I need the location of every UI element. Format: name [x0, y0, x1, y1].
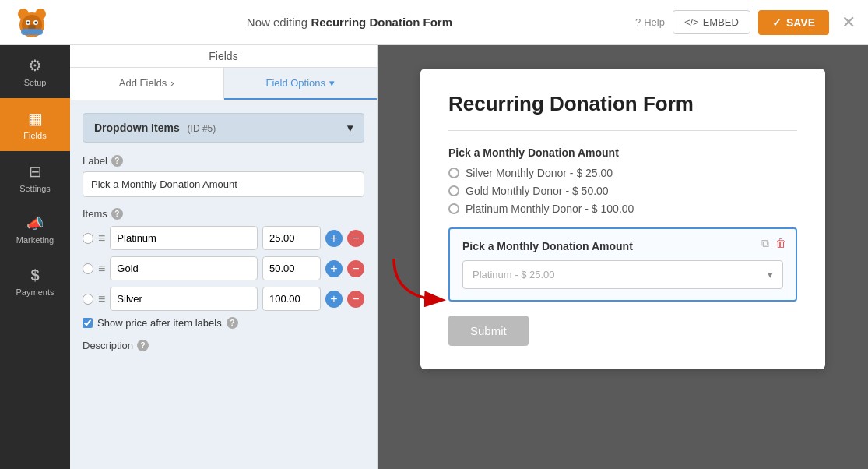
svg-point-6 — [27, 21, 30, 23]
description-help-icon[interactable]: ? — [137, 340, 149, 351]
drag-handle-0[interactable]: ≡ — [98, 231, 105, 245]
label-help-icon[interactable]: ? — [111, 155, 123, 167]
item-row: ≡ + − — [83, 287, 364, 311]
sidebar-item-fields[interactable]: ▦ Fields — [0, 98, 70, 151]
chevron-right-icon: › — [170, 77, 174, 89]
svg-rect-9 — [21, 29, 43, 35]
sidebar-item-label: Marketing — [16, 235, 54, 245]
radio-circle-0 — [448, 168, 459, 178]
preview-area: Recurring Donation Form Pick a Monthly D… — [378, 45, 868, 469]
field-box-icons: ⧉ 🗑 — [761, 237, 786, 250]
chevron-down-icon: ▾ — [329, 77, 335, 89]
item-price-0[interactable] — [262, 226, 321, 250]
item-remove-2[interactable]: − — [347, 291, 364, 308]
arrow-container: Pick a Monthly Donation Amount ⧉ 🗑 Plati… — [448, 227, 797, 302]
label-field-label: Label ? — [83, 155, 364, 167]
item-price-2[interactable] — [262, 287, 321, 311]
sidebar-item-marketing[interactable]: 📣 Marketing — [0, 204, 70, 256]
item-row: ≡ + − — [83, 256, 364, 280]
item-radio-2[interactable] — [83, 294, 93, 305]
dropdown-header[interactable]: Dropdown Items (ID #5) ▾ — [83, 113, 364, 143]
dropdown-select[interactable]: Platinum - $ 25.00 ▾ — [462, 260, 783, 289]
fields-panel: Fields Add Fields › Field Options ▾ Drop… — [70, 45, 378, 469]
item-add-2[interactable]: + — [325, 291, 343, 308]
svg-point-7 — [35, 21, 37, 23]
panel-content: Dropdown Items (ID #5) ▾ Label ? Items ?… — [70, 100, 377, 469]
radio-option-label-2: Platinum Monthly Donor - $ 100.00 — [466, 203, 634, 215]
gear-icon: ⚙ — [28, 56, 42, 75]
megaphone-icon: 📣 — [26, 215, 44, 232]
form-field-box[interactable]: Pick a Monthly Donation Amount ⧉ 🗑 Plati… — [448, 227, 797, 302]
sidebar-item-label: Settings — [19, 184, 51, 193]
topbar: Now editing Recurring Donation Form ? He… — [0, 0, 868, 45]
red-arrow — [386, 255, 456, 309]
embed-button[interactable]: </> EMBED — [673, 10, 750, 34]
radio-option-0[interactable]: Silver Monthly Donor - $ 25.00 — [448, 167, 797, 179]
form-name: Recurring Donation Form — [311, 16, 452, 29]
sidebar-item-payments[interactable]: $ Payments — [0, 256, 70, 308]
sidebar: ⚙ Setup ▦ Fields ⊟ Settings 📣 Marketing … — [0, 45, 70, 469]
drag-handle-2[interactable]: ≡ — [98, 292, 105, 306]
show-price-checkbox[interactable] — [83, 318, 93, 328]
dropdown-placeholder: Platinum - $ 25.00 — [473, 269, 555, 280]
sliders-icon: ⊟ — [29, 162, 42, 181]
show-price-label: Show price after item labels — [97, 317, 222, 329]
fields-title: Fields — [209, 50, 237, 62]
item-add-0[interactable]: + — [325, 230, 343, 247]
panel-tabs: Add Fields › Field Options ▾ — [70, 68, 377, 100]
fields-icon: ▦ — [28, 109, 43, 128]
show-price-row: Show price after item labels ? — [83, 317, 364, 329]
dropdown-header-title: Dropdown Items (ID #5) — [94, 122, 216, 134]
radio-option-label-0: Silver Monthly Donor - $ 25.00 — [466, 167, 613, 179]
dollar-icon: $ — [30, 266, 39, 284]
tab-add-fields[interactable]: Add Fields › — [70, 68, 224, 100]
logo — [12, 3, 51, 42]
radio-option-1[interactable]: Gold Monthly Donor - $ 50.00 — [448, 185, 797, 197]
item-remove-0[interactable]: − — [347, 230, 364, 247]
help-button[interactable]: ? Help — [635, 16, 665, 28]
tab-field-options-label: Field Options — [265, 77, 325, 89]
radio-group-label: Pick a Monthly Donation Amount — [448, 146, 797, 159]
item-remove-1[interactable]: − — [347, 260, 364, 277]
radio-circle-1 — [448, 185, 459, 196]
radio-option-label-1: Gold Monthly Donor - $ 50.00 — [466, 185, 609, 197]
close-button[interactable]: ✕ — [842, 12, 856, 33]
drag-handle-1[interactable]: ≡ — [98, 262, 105, 276]
sidebar-item-label: Fields — [23, 131, 46, 140]
sidebar-item-setup[interactable]: ⚙ Setup — [0, 45, 70, 98]
item-name-1[interactable] — [110, 256, 258, 280]
radio-circle-2 — [448, 203, 459, 214]
copy-icon[interactable]: ⧉ — [761, 237, 769, 250]
save-button[interactable]: ✓ SAVE — [758, 10, 829, 35]
item-row: ≡ + − — [83, 226, 364, 250]
chevron-down-icon: ▾ — [347, 122, 353, 134]
main: ⚙ Setup ▦ Fields ⊟ Settings 📣 Marketing … — [0, 45, 868, 469]
topbar-actions: ? Help </> EMBED ✓ SAVE ✕ — [635, 10, 856, 35]
form-title: Recurring Donation Form — [448, 92, 797, 116]
item-name-2[interactable] — [110, 287, 258, 311]
item-name-0[interactable] — [110, 226, 258, 250]
item-radio-0[interactable] — [83, 233, 93, 244]
item-radio-1[interactable] — [83, 263, 93, 274]
dropdown-id: (ID #5) — [188, 123, 216, 134]
editing-title: Now editing Recurring Donation Form — [64, 16, 635, 29]
dropdown-chevron: ▾ — [768, 269, 773, 280]
code-icon: </> — [684, 16, 699, 28]
item-add-1[interactable]: + — [325, 260, 343, 277]
radio-option-2[interactable]: Platinum Monthly Donor - $ 100.00 — [448, 203, 797, 215]
tab-field-options[interactable]: Field Options ▾ — [224, 68, 378, 100]
items-label: Items ? — [83, 208, 364, 220]
item-price-1[interactable] — [262, 256, 321, 280]
form-card: Recurring Donation Form Pick a Monthly D… — [420, 69, 825, 369]
items-help-icon[interactable]: ? — [111, 208, 123, 220]
dropdown-field-title: Pick a Monthly Donation Amount — [462, 240, 783, 252]
label-input[interactable] — [83, 171, 364, 197]
form-divider — [448, 130, 797, 131]
submit-button[interactable]: Submit — [448, 316, 529, 346]
description-label: Description ? — [83, 340, 364, 351]
question-icon: ? — [635, 16, 641, 28]
sidebar-item-label: Payments — [16, 287, 54, 297]
show-price-help-icon[interactable]: ? — [227, 317, 238, 329]
sidebar-item-settings[interactable]: ⊟ Settings — [0, 151, 70, 204]
trash-icon[interactable]: 🗑 — [775, 237, 786, 250]
